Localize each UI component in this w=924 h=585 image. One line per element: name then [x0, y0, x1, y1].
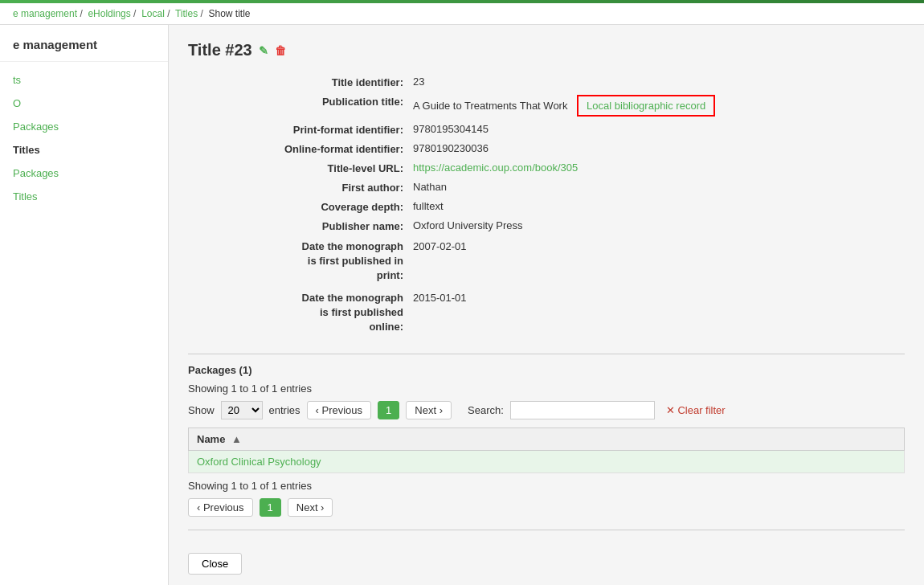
sidebar-item-packages1[interactable]: Packages [0, 115, 168, 138]
field-date-online: Date the monographis first publishedonli… [188, 290, 905, 335]
pagination-bar-top: Show 20 10 50 100 entries ‹ Previous 1 N… [188, 401, 905, 419]
label-date-online: Date the monographis first publishedonli… [188, 290, 413, 335]
package-name-link[interactable]: Oxford Clinical Psychology [197, 456, 321, 468]
value-title-identifier: 23 [413, 76, 905, 88]
label-print-format: Print-format identifier: [188, 123, 413, 136]
next-button-bottom[interactable]: Next › [288, 498, 333, 517]
field-online-format: Online-format identifier: 9780190230036 [188, 142, 905, 155]
table-row: Oxford Clinical Psychology [189, 451, 905, 473]
clear-filter-button[interactable]: ✕ Clear filter [661, 402, 730, 419]
col-name[interactable]: Name ▲ [189, 428, 905, 451]
label-first-author: First author: [188, 181, 413, 194]
field-title-url: Title-level URL: https://academic.oup.co… [188, 162, 905, 174]
prev-button-bottom[interactable]: ‹ Previous [188, 498, 253, 517]
field-publication-title: Publication title: A Guide to Treatments… [188, 95, 905, 117]
value-publication-title: A Guide to Treatments That Work Local bi… [413, 95, 905, 117]
packages-section: Packages (1) Showing 1 to 1 of 1 entries… [188, 354, 905, 517]
search-input[interactable] [510, 401, 655, 419]
breadcrumb: e management / eHoldings / Local / Title… [0, 3, 924, 25]
page-num-top: 1 [378, 401, 399, 419]
entries-label: entries [269, 404, 301, 416]
main-content: Title #23 ✎ 🗑 Title identifier: 23 Publi… [169, 25, 924, 585]
close-button[interactable]: Close [188, 553, 242, 575]
field-title-identifier: Title identifier: 23 [188, 76, 905, 88]
label-title-identifier: Title identifier: [188, 76, 413, 88]
label-title-url: Title-level URL: [188, 162, 413, 174]
value-online-format: 9780190230036 [413, 142, 905, 154]
sidebar-item-titles2[interactable]: Titles [0, 185, 168, 208]
search-label: Search: [468, 404, 504, 416]
col-name-label: Name [197, 433, 225, 445]
label-coverage-depth: Coverage depth: [188, 200, 413, 213]
breadcrumb-emanagement[interactable]: e management [13, 8, 77, 19]
sidebar-title: e management [0, 38, 168, 62]
table-cell-name: Oxford Clinical Psychology [189, 451, 905, 473]
field-date-print: Date the monographis first published inp… [188, 239, 905, 284]
value-publisher-name: Oxford University Press [413, 219, 905, 231]
sidebar-item-titles1[interactable]: Titles [0, 138, 168, 162]
value-coverage-depth: fulltext [413, 200, 905, 212]
breadcrumb-titles[interactable]: Titles [175, 8, 198, 19]
value-date-print: 2007-02-01 [413, 239, 905, 252]
prev-button-top[interactable]: ‹ Previous [307, 401, 372, 419]
sidebar-item-o[interactable]: O [0, 92, 168, 115]
edit-icon[interactable]: ✎ [259, 44, 268, 57]
label-publication-title: Publication title: [188, 95, 413, 108]
field-print-format: Print-format identifier: 9780195304145 [188, 123, 905, 136]
pagination-bar-bottom: ‹ Previous 1 Next › [188, 498, 905, 517]
pub-title-text: A Guide to Treatments That Work [413, 100, 567, 112]
showing-top: Showing 1 to 1 of 1 entries [188, 382, 905, 395]
breadcrumb-current: Show title [209, 8, 251, 19]
title-text: Title #23 [188, 41, 252, 59]
page-title: Title #23 ✎ 🗑 [188, 41, 905, 59]
local-bib-box[interactable]: Local bibliographic record [577, 95, 715, 117]
sidebar-item-ts[interactable]: ts [0, 68, 168, 92]
sidebar-item-packages2[interactable]: Packages [0, 162, 168, 185]
detail-table: Title identifier: 23 Publication title: … [188, 76, 905, 334]
page-num-bottom: 1 [260, 498, 281, 517]
field-first-author: First author: Nathan [188, 181, 905, 194]
title-url-link[interactable]: https://academic.oup.com/book/305 [413, 162, 578, 174]
field-coverage-depth: Coverage depth: fulltext [188, 200, 905, 213]
show-select[interactable]: 20 10 50 100 [221, 401, 263, 419]
label-date-print: Date the monographis first published inp… [188, 239, 413, 284]
showing-bottom: Showing 1 to 1 of 1 entries [188, 480, 905, 492]
col-name-sort-icon: ▲ [231, 433, 242, 445]
packages-section-label: Packages (1) [188, 364, 905, 376]
next-button-top[interactable]: Next › [406, 401, 452, 419]
value-date-online: 2015-01-01 [413, 290, 905, 304]
label-publisher-name: Publisher name: [188, 219, 413, 232]
delete-icon[interactable]: 🗑 [275, 44, 286, 57]
field-publisher-name: Publisher name: Oxford University Press [188, 219, 905, 232]
breadcrumb-local[interactable]: Local [141, 8, 165, 19]
value-title-url: https://academic.oup.com/book/305 [413, 162, 905, 174]
label-online-format: Online-format identifier: [188, 142, 413, 155]
value-print-format: 9780195304145 [413, 123, 905, 135]
sidebar: e management ts O Packages Titles Packag… [0, 25, 169, 585]
show-label: Show [188, 404, 215, 416]
value-first-author: Nathan [413, 181, 905, 193]
breadcrumb-eholdings[interactable]: eHoldings [88, 8, 130, 19]
packages-table: Name ▲ Oxford Clinical Psychology [188, 428, 905, 473]
